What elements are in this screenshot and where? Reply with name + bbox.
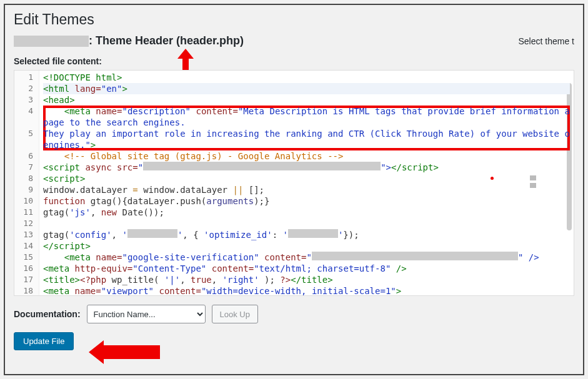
update-file-button[interactable]: Update File [14, 332, 74, 350]
documentation-label: Documentation: [14, 309, 81, 319]
function-name-select[interactable]: Function Name... [87, 305, 206, 323]
theme-editor-wrap: Edit Themes : Theme Header (header.php) … [4, 4, 584, 375]
code-content[interactable]: <!DOCTYPE html> <html lang="en"> <head> … [39, 71, 574, 295]
redacted-opt [288, 229, 338, 238]
file-heading: : Theme Header (header.php) [14, 34, 244, 47]
lookup-button[interactable]: Look Up [212, 305, 258, 323]
selected-file-label: Selected file content: [14, 56, 574, 66]
annotation-arrow-up-icon [175, 47, 196, 71]
page-title: Edit Themes [14, 11, 574, 28]
select-theme-label: Select theme t [519, 36, 575, 46]
redacted-ga [127, 229, 177, 238]
line-number-gutter: 123 45 678 91011 121314 151617 181920 [14, 71, 39, 295]
code-editor[interactable]: 123 45 678 91011 121314 151617 181920 <!… [14, 70, 574, 296]
code-line: <!DOCTYPE html> [43, 72, 122, 83]
file-heading-suffix: : Theme Header (header.php) [89, 34, 244, 47]
redacted-src [143, 162, 381, 170]
redacted-theme-name [14, 36, 89, 47]
documentation-controls: Documentation: Function Name... Look Up [14, 305, 574, 323]
heading-row: : Theme Header (header.php) Select theme… [14, 34, 574, 47]
redacted-gsv [312, 252, 518, 260]
annotation-arrow-left-icon [86, 339, 161, 365]
